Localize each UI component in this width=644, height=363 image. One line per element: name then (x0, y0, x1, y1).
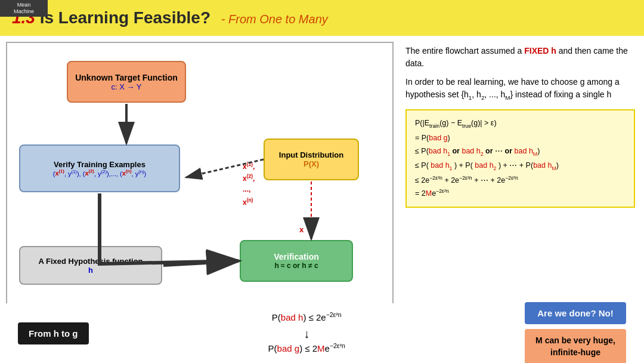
bottom-math-line2: P(bad g) ≤ 2Me−2ε²n (101, 340, 513, 358)
box-input-distribution: Input Distribution P(X) (264, 139, 359, 180)
bottom-arrow-down: ↓ (101, 328, 513, 340)
box-hypothesis-subtitle: h (88, 266, 93, 275)
math-line-2: = P(bad g) (415, 131, 626, 145)
x-label: x (299, 225, 304, 234)
arrow-label-dots: ..., (243, 185, 250, 193)
box-unknown-subtitle: c: X → Y (111, 82, 141, 91)
header-main-text: Is Learning Feasible? (40, 8, 210, 27)
header-title: 1.3 Is Learning Feasible? - From One to … (12, 8, 328, 27)
box-input-title: Input Distribution (279, 150, 343, 159)
box-unknown-target-function: Unknown Target Function c: X → Y (67, 61, 186, 103)
are-we-done-box: Are we done? No! (525, 302, 626, 324)
box-unknown-title: Unknown Target Function (75, 73, 178, 82)
box-hypothesis-title: A Fixed Hypothesis function (38, 257, 143, 266)
math-line-5: ≤ 2e−2ε²n + 2e−2ε²n + ⋯ + 2e−2ε²n (415, 174, 626, 187)
m-can-be-box: M can be very huge,infinite-huge (525, 329, 626, 363)
bottom-bar: From h to g P(bad h) ≤ 2e−2ε²n ↓ P(bad g… (0, 303, 644, 363)
top-bar: MeanMachine (0, 0, 48, 17)
fixed-h-label: FIXED h (524, 46, 556, 56)
box-verification-title: Verification (274, 252, 318, 262)
top-bar-text: MeanMachine (14, 2, 34, 15)
header-subtitle: - From One to Many (221, 13, 328, 26)
bottom-right-boxes: Are we done? No! M can be very huge,infi… (525, 302, 626, 363)
box-input-subtitle: P(X) (304, 159, 319, 168)
arrow-label-x1: x(1), (243, 161, 255, 171)
right-text-1: The entire flowchart assumed a FIXED h a… (405, 45, 635, 70)
box-hypothesis-function: A Fixed Hypothesis function h (19, 246, 162, 285)
right-text-2: In order to be real learning, we have to… (405, 76, 635, 102)
arrow-label-xn: x(n) (243, 197, 253, 207)
box-verification: Verification h ≈ c or h ≠ c (240, 240, 353, 282)
diagram-panel: Unknown Target Function c: X → Y Verify … (6, 42, 394, 334)
from-h-to-g-label: From h to g (18, 322, 89, 344)
box-verification-subtitle: h ≈ c or h ≠ c (274, 262, 318, 270)
svg-line-7 (163, 261, 239, 265)
math-line-4: ≤ P( bad h1 ) + P( bad h2 ) + ⋯ + P(bad … (415, 159, 626, 173)
math-line-3: ≤ P(bad h1 or bad h2 or ⋯ or bad hM) (415, 144, 626, 159)
math-line-6: = 2Me−2ε²n (415, 187, 626, 201)
math-box: P(|Etrain(g) − Etrue(g)| > ε) = P(bad g)… (405, 109, 635, 208)
box-verify-title: Verify Training Examples (54, 160, 145, 169)
math-line-1: P(|Etrain(g) − Etrue(g)| > ε) (415, 116, 626, 131)
bottom-math-line1: P(bad h) ≤ 2e−2ε²n (101, 309, 513, 327)
arrow-label-x2: x(2), (243, 173, 255, 183)
box-verify-training: Verify Training Examples (x(1), y(1)), (… (19, 144, 180, 192)
box-verify-subtitle: (x(1), y(1)), (x(2), y(2)),..., (x(n), y… (53, 169, 147, 177)
header-bar: 1.3 Is Learning Feasible? - From One to … (0, 0, 644, 36)
bottom-math-block: P(bad h) ≤ 2e−2ε²n ↓ P(bad g) ≤ 2Me−2ε²n (101, 309, 513, 358)
